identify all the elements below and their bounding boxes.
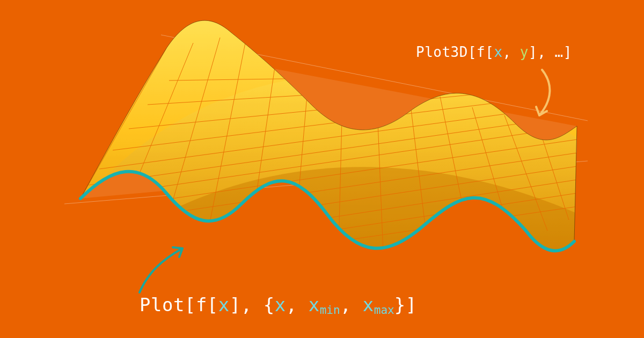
comma: ,	[503, 44, 520, 60]
code-label-plot: Plot[f[x], {x, xmin, xmax}]	[140, 294, 417, 317]
range-var: x	[275, 294, 286, 315]
bracket-close: ]	[406, 294, 417, 315]
arg-y: y	[520, 44, 529, 60]
ellipsis: …	[554, 44, 563, 60]
inner-fn: f	[196, 294, 207, 315]
comma-2: ,	[537, 44, 554, 60]
inner-bracket-close: ]	[230, 294, 241, 315]
bracket-close: ]	[564, 44, 572, 60]
bracket-open: [	[185, 294, 196, 315]
bracket-open: [	[468, 44, 477, 60]
xmin-sub: min	[320, 303, 340, 317]
arrow-top	[536, 70, 550, 115]
xmax-sub: max	[374, 303, 394, 317]
arg-x: x	[494, 44, 502, 60]
fn-name: Plot3D	[416, 44, 468, 60]
xmin-base: x	[309, 294, 320, 315]
arg-x: x	[218, 294, 230, 315]
xmax-base: x	[363, 294, 374, 315]
brace-close: }	[394, 294, 406, 315]
inner-bracket-open: [	[485, 44, 494, 60]
fn-name: Plot	[140, 294, 185, 315]
comma-3: ,	[340, 294, 363, 315]
inner-fn: f	[477, 44, 485, 60]
inner-bracket-open: [	[207, 294, 218, 315]
illustration-stage: Plot3D[f[x, y], …] Plot[f[x], {x, xmin, …	[0, 0, 644, 338]
inner-bracket-close: ]	[529, 44, 537, 60]
comma-2: ,	[286, 294, 309, 315]
arrow-bottom	[140, 247, 182, 292]
comma: ,	[241, 294, 264, 315]
brace-open: {	[264, 294, 275, 315]
code-label-plot3d: Plot3D[f[x, y], …]	[416, 44, 572, 60]
